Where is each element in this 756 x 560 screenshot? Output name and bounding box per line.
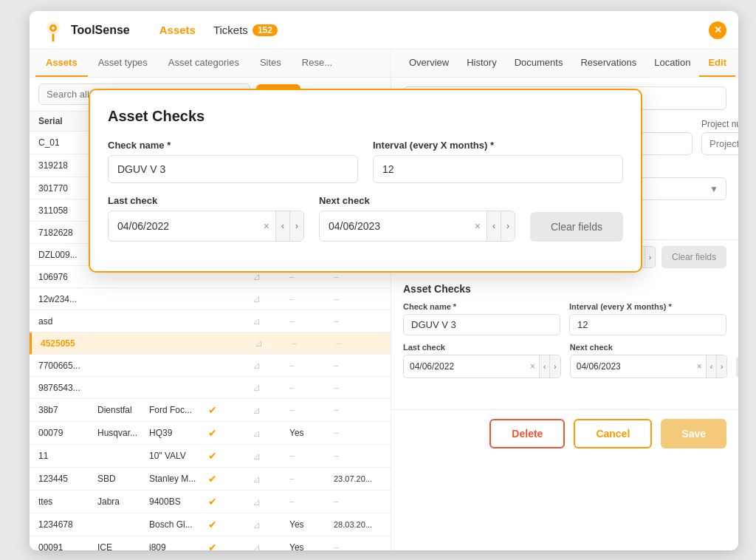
bg-next-check-prev[interactable]: ‹ — [706, 355, 716, 378]
table-row[interactable]: 00079Husqvar...HQ39✔⊿Yes– — [30, 422, 391, 445]
bottom-actions: Delete Cancel Save — [391, 409, 738, 457]
bg-interval-group: Interval (every X months) * — [569, 302, 726, 335]
tab-history[interactable]: History — [458, 49, 505, 77]
modal-last-check-clear-icon[interactable]: × — [258, 220, 275, 232]
dropdown-arrow-icon: ▼ — [709, 184, 718, 194]
modal-interval-label: Interval (every X months) * — [373, 140, 623, 151]
tab-asset-categories[interactable]: Asset categories — [158, 49, 250, 77]
table-row[interactable]: 38b7DienstfalFord Foc...✔⊿–– — [30, 399, 391, 422]
clear-fields-btn-maintenance[interactable]: Clear fields — [662, 246, 726, 268]
right-tabs: Overview History Documents Reservations … — [391, 49, 738, 78]
svg-point-2 — [52, 27, 55, 30]
modal-next-check-label: Next check — [319, 195, 515, 206]
table-row[interactable]: 9876543...⊿–– — [30, 377, 391, 399]
table-row[interactable]: 1110" VALV✔⊿–– — [30, 445, 391, 468]
table-row[interactable]: 123445SBDStanley M...✔⊿–23.07.20... — [30, 468, 391, 491]
modal-form-row-1: Check name * Interval (every X months) * — [108, 140, 623, 183]
bg-next-check-date-group: × ‹ › — [570, 355, 728, 378]
tickets-badge: 152 — [252, 24, 278, 36]
tab-sites[interactable]: Sites — [250, 49, 292, 77]
modal-interval-group: Interval (every X months) * — [373, 140, 623, 183]
table-row[interactable]: 00091ICEi809✔⊿Yes– — [30, 536, 391, 550]
left-tabs: Assets Asset types Asset categories Site… — [30, 49, 391, 78]
bg-last-check-next[interactable]: › — [549, 355, 560, 378]
close-button[interactable]: ✕ — [709, 21, 726, 39]
modal-title: Asset Checks — [108, 108, 623, 125]
table-row[interactable]: ttesJabra9400BS✔⊿–– — [30, 491, 391, 513]
asset-checks-modal: Asset Checks Check name * Interval (ever… — [89, 89, 642, 273]
delete-button[interactable]: Delete — [489, 419, 565, 448]
bg-asset-checks-title: Asset Checks — [403, 283, 726, 295]
modal-next-check-group: Next check × ‹ › — [319, 195, 515, 242]
tab-location[interactable]: Location — [645, 49, 699, 77]
modal-last-check-date-group: × ‹ › — [108, 211, 304, 242]
bg-next-check-input[interactable] — [571, 357, 693, 376]
modal-next-check-clear-icon[interactable]: × — [469, 220, 487, 232]
modal-next-check-input[interactable] — [320, 213, 469, 239]
modal-check-name-group: Check name * — [108, 140, 358, 183]
modal-clear-fields-button[interactable]: Clear fields — [530, 212, 623, 242]
modal-check-name-input[interactable] — [108, 155, 358, 183]
modal-last-check-label: Last check — [108, 195, 304, 206]
bg-check-name-input[interactable] — [403, 314, 560, 335]
bg-last-check-prev[interactable]: ‹ — [539, 355, 549, 378]
bg-last-check-date-group: × ‹ › — [403, 355, 561, 378]
project-number-input[interactable] — [701, 132, 738, 155]
modal-check-name-label: Check name * — [108, 140, 358, 151]
modal-interval-input[interactable] — [373, 155, 623, 183]
modal-last-check-group: Last check × ‹ › — [108, 195, 304, 242]
tab-edit[interactable]: Edit — [699, 49, 735, 77]
bg-last-check-label: Last check — [403, 343, 561, 352]
bg-next-check-label: Next check — [570, 343, 728, 352]
bg-check-name-label: Check name * — [403, 302, 560, 311]
tab-overview[interactable]: Overview — [400, 49, 458, 77]
nav-assets[interactable]: Assets — [159, 24, 196, 36]
bg-next-check-next[interactable]: › — [716, 355, 726, 378]
bg-next-check-group: Next check × ‹ › — [570, 343, 728, 378]
modal-form-row-2: Last check × ‹ › Next check × ‹ › Clear … — [108, 195, 623, 242]
modal-last-check-input[interactable] — [109, 213, 258, 239]
table-row-highlighted[interactable]: 4525055⊿–– — [30, 332, 391, 355]
table-row[interactable]: 7700665...⊿–– — [30, 355, 391, 377]
nav-tickets[interactable]: Tickets 152 — [213, 24, 278, 36]
cancel-button[interactable]: Cancel — [574, 419, 652, 448]
top-bar: ToolSense Assets Tickets 152 ✕ — [30, 11, 738, 49]
table-row[interactable]: asd⊿–– — [30, 310, 391, 332]
project-number-group: Project number — [701, 119, 738, 155]
modal-last-check-prev[interactable]: ‹ — [275, 211, 289, 241]
tab-rese[interactable]: Rese... — [292, 49, 343, 77]
bg-clear-fields-button[interactable]: Clear fields — [736, 356, 738, 378]
logo-icon — [41, 18, 65, 42]
logo-area: ToolSense — [41, 18, 130, 42]
tab-asset-types[interactable]: Asset types — [88, 49, 158, 77]
modal-next-check-prev[interactable]: ‹ — [487, 211, 501, 241]
table-row[interactable]: 1234678Bosch Gl...✔⊿Yes28.03.20... — [30, 513, 391, 536]
tab-reservations[interactable]: Reservations — [571, 49, 645, 77]
bg-interval-label: Interval (every X months) * — [569, 302, 726, 311]
tab-documents[interactable]: Documents — [506, 49, 572, 77]
bg-check-name-group: Check name * — [403, 302, 560, 335]
project-number-label: Project number — [701, 119, 738, 129]
modal-next-check-date-group: × ‹ › — [319, 211, 515, 242]
tab-assets[interactable]: Assets — [35, 49, 88, 77]
save-button[interactable]: Save — [661, 419, 726, 448]
bg-form-row-2: Last check × ‹ › Next check × — [403, 343, 726, 378]
logo-text: ToolSense — [71, 24, 130, 37]
table-row[interactable]: 12w234...⊿–– — [30, 288, 391, 310]
bg-interval-input[interactable] — [569, 314, 726, 335]
bg-last-check-group: Last check × ‹ › — [403, 343, 561, 378]
bg-last-check-input[interactable] — [404, 357, 526, 376]
modal-last-check-next[interactable]: › — [289, 211, 303, 241]
bg-last-check-clear[interactable]: × — [526, 361, 539, 372]
maintenance-next[interactable]: › — [645, 247, 655, 267]
bg-asset-checks: Asset Checks Check name * Interval (ever… — [391, 274, 738, 395]
bg-form-row-1: Check name * Interval (every X months) * — [403, 302, 726, 335]
bg-next-check-clear[interactable]: × — [693, 361, 706, 372]
modal-next-check-next[interactable]: › — [501, 211, 515, 241]
